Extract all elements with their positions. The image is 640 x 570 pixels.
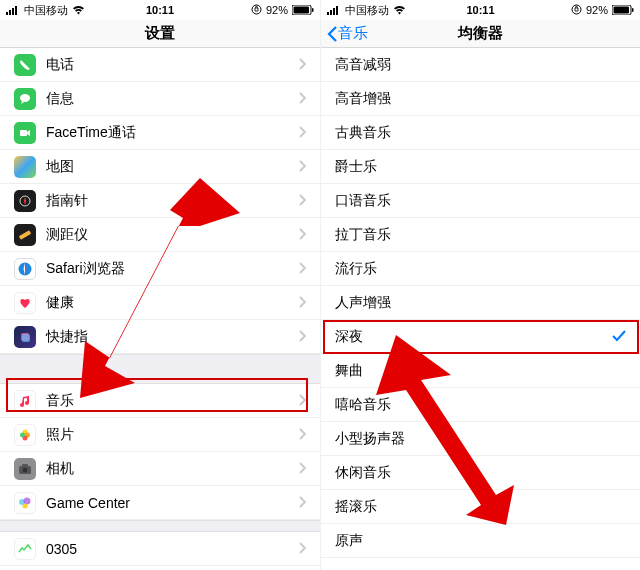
orientation-lock-icon bbox=[571, 4, 582, 17]
row-label: 测距仪 bbox=[46, 226, 298, 244]
settings-row-photos[interactable]: 照片 bbox=[0, 418, 320, 452]
page-title: 均衡器 bbox=[458, 24, 503, 43]
camera-icon bbox=[14, 458, 36, 480]
settings-row-camera[interactable]: 相机 bbox=[0, 452, 320, 486]
svg-rect-7 bbox=[312, 8, 314, 12]
status-time: 10:11 bbox=[146, 4, 174, 16]
settings-row-0305[interactable]: 0305 bbox=[0, 532, 320, 566]
svg-rect-28 bbox=[333, 8, 335, 15]
chevron-right-icon bbox=[298, 461, 306, 477]
svg-rect-33 bbox=[632, 8, 634, 12]
row-label: 拉丁音乐 bbox=[335, 226, 626, 244]
chevron-right-icon bbox=[298, 329, 306, 345]
back-button[interactable]: 音乐 bbox=[327, 20, 368, 47]
eq-row[interactable]: 小型扬声器 bbox=[321, 422, 640, 456]
row-label: 原声 bbox=[335, 532, 626, 550]
row-label: 舞曲 bbox=[335, 362, 626, 380]
svg-point-23 bbox=[24, 497, 31, 504]
eq-row[interactable]: 爵士乐 bbox=[321, 150, 640, 184]
svg-rect-2 bbox=[12, 8, 14, 15]
checkmark-icon bbox=[612, 328, 626, 346]
status-bar: 中国移动 10:11 92% bbox=[0, 0, 320, 20]
row-label: 快捷指 bbox=[46, 328, 298, 346]
photos-icon bbox=[14, 424, 36, 446]
row-label: 指南针 bbox=[46, 192, 298, 210]
svg-rect-27 bbox=[330, 10, 332, 15]
svg-point-20 bbox=[23, 467, 28, 472]
row-label: 0305 bbox=[46, 541, 298, 557]
row-label: 电话 bbox=[46, 56, 298, 74]
page-title: 设置 bbox=[145, 24, 175, 43]
eq-row[interactable]: 摇滚乐 bbox=[321, 490, 640, 524]
svg-point-18 bbox=[20, 432, 25, 437]
settings-row-compass[interactable]: 指南针 bbox=[0, 184, 320, 218]
battery-percent: 92% bbox=[586, 4, 608, 16]
chevron-right-icon bbox=[298, 495, 306, 511]
svg-point-24 bbox=[23, 503, 28, 508]
eq-row[interactable]: 嘻哈音乐 bbox=[321, 388, 640, 422]
settings-row-gamecenter[interactable]: Game Center bbox=[0, 486, 320, 520]
nav-bar: 设置 bbox=[0, 20, 320, 48]
row-label: 相机 bbox=[46, 460, 298, 478]
safari-icon bbox=[14, 258, 36, 280]
eq-row[interactable]: 人声增强 bbox=[321, 286, 640, 320]
settings-screen: 中国移动 10:11 92% 设置 电话 bbox=[0, 0, 320, 570]
status-time: 10:11 bbox=[466, 4, 494, 16]
svg-rect-0 bbox=[6, 12, 8, 15]
equalizer-list[interactable]: 高音减弱 高音增强 古典音乐 爵士乐 口语音乐 拉丁音乐 流行乐 人声增强 深夜… bbox=[321, 48, 640, 570]
svg-rect-14 bbox=[22, 334, 30, 342]
row-label: 深夜 bbox=[335, 328, 612, 346]
section-separator bbox=[0, 520, 320, 532]
svg-rect-9 bbox=[20, 130, 27, 136]
settings-row-health[interactable]: 健康 bbox=[0, 286, 320, 320]
row-label: 爵士乐 bbox=[335, 158, 626, 176]
chevron-right-icon bbox=[298, 125, 306, 141]
row-label: 地图 bbox=[46, 158, 298, 176]
eq-row-late-night[interactable]: 深夜 bbox=[321, 320, 640, 354]
row-label: 流行乐 bbox=[335, 260, 626, 278]
settings-row-facetime[interactable]: FaceTime通话 bbox=[0, 116, 320, 150]
measure-icon bbox=[14, 224, 36, 246]
settings-row-maps[interactable]: 地图 bbox=[0, 150, 320, 184]
settings-row-safari[interactable]: Safari浏览器 bbox=[0, 252, 320, 286]
eq-row[interactable]: 流行乐 bbox=[321, 252, 640, 286]
row-label: 嘻哈音乐 bbox=[335, 396, 626, 414]
row-label: 照片 bbox=[46, 426, 298, 444]
svg-rect-26 bbox=[327, 12, 329, 15]
svg-rect-1 bbox=[9, 10, 11, 15]
status-bar: 中国移动 10:11 92% bbox=[321, 0, 640, 20]
eq-row[interactable]: 拉丁音乐 bbox=[321, 218, 640, 252]
row-label: Game Center bbox=[46, 495, 298, 511]
eq-row[interactable]: 高音增强 bbox=[321, 82, 640, 116]
eq-row[interactable]: 舞曲 bbox=[321, 354, 640, 388]
carrier-label: 中国移动 bbox=[345, 3, 389, 18]
row-label: 信息 bbox=[46, 90, 298, 108]
back-label: 音乐 bbox=[338, 24, 368, 43]
settings-row-phone[interactable]: 电话 bbox=[0, 48, 320, 82]
eq-row[interactable]: 古典音乐 bbox=[321, 116, 640, 150]
row-label: 高音增强 bbox=[335, 90, 626, 108]
settings-list[interactable]: 电话 信息 FaceTime通话 地图 指南针 bbox=[0, 48, 320, 570]
wifi-icon bbox=[72, 6, 85, 15]
row-label: 休闲音乐 bbox=[335, 464, 626, 482]
wifi-icon bbox=[393, 6, 406, 15]
eq-row[interactable]: 口语音乐 bbox=[321, 184, 640, 218]
carrier-label: 中国移动 bbox=[24, 3, 68, 18]
row-label: 人声增强 bbox=[335, 294, 626, 312]
battery-icon bbox=[292, 5, 314, 15]
eq-row[interactable]: 原声 bbox=[321, 524, 640, 558]
settings-row-shortcuts[interactable]: 快捷指 bbox=[0, 320, 320, 354]
compass-icon bbox=[14, 190, 36, 212]
eq-row[interactable]: 高音减弱 bbox=[321, 48, 640, 82]
settings-row-music[interactable]: 音乐 bbox=[0, 384, 320, 418]
svg-point-8 bbox=[20, 94, 30, 102]
row-label: 古典音乐 bbox=[335, 124, 626, 142]
nav-bar: 音乐 均衡器 bbox=[321, 20, 640, 48]
svg-rect-29 bbox=[336, 6, 338, 15]
settings-row-messages[interactable]: 信息 bbox=[0, 82, 320, 116]
row-label: 口语音乐 bbox=[335, 192, 626, 210]
chevron-right-icon bbox=[298, 261, 306, 277]
settings-row-measure[interactable]: 测距仪 bbox=[0, 218, 320, 252]
signal-icon bbox=[6, 5, 20, 15]
eq-row[interactable]: 休闲音乐 bbox=[321, 456, 640, 490]
